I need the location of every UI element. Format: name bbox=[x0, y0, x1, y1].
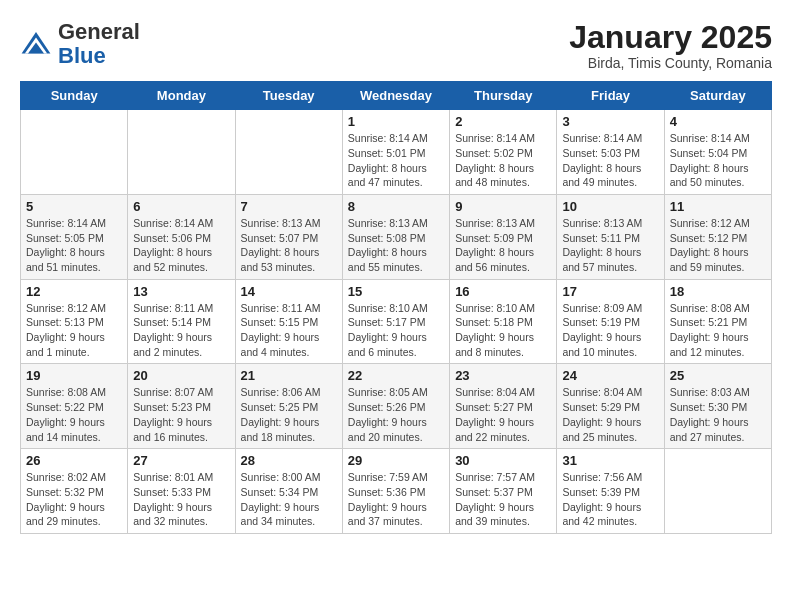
calendar-cell: 28Sunrise: 8:00 AM Sunset: 5:34 PM Dayli… bbox=[235, 449, 342, 534]
calendar-cell: 9Sunrise: 8:13 AM Sunset: 5:09 PM Daylig… bbox=[450, 194, 557, 279]
logo-general: General bbox=[58, 19, 140, 44]
day-number: 29 bbox=[348, 453, 444, 468]
day-info: Sunrise: 8:13 AM Sunset: 5:08 PM Dayligh… bbox=[348, 216, 444, 275]
calendar-cell: 12Sunrise: 8:12 AM Sunset: 5:13 PM Dayli… bbox=[21, 279, 128, 364]
weekday-header-tuesday: Tuesday bbox=[235, 82, 342, 110]
day-info: Sunrise: 8:09 AM Sunset: 5:19 PM Dayligh… bbox=[562, 301, 658, 360]
calendar-cell: 4Sunrise: 8:14 AM Sunset: 5:04 PM Daylig… bbox=[664, 110, 771, 195]
calendar-cell: 22Sunrise: 8:05 AM Sunset: 5:26 PM Dayli… bbox=[342, 364, 449, 449]
day-info: Sunrise: 8:13 AM Sunset: 5:09 PM Dayligh… bbox=[455, 216, 551, 275]
day-number: 9 bbox=[455, 199, 551, 214]
calendar-cell: 23Sunrise: 8:04 AM Sunset: 5:27 PM Dayli… bbox=[450, 364, 557, 449]
weekday-header-friday: Friday bbox=[557, 82, 664, 110]
day-info: Sunrise: 7:56 AM Sunset: 5:39 PM Dayligh… bbox=[562, 470, 658, 529]
day-info: Sunrise: 8:13 AM Sunset: 5:11 PM Dayligh… bbox=[562, 216, 658, 275]
weekday-header-wednesday: Wednesday bbox=[342, 82, 449, 110]
day-info: Sunrise: 8:11 AM Sunset: 5:15 PM Dayligh… bbox=[241, 301, 337, 360]
calendar-week-row: 5Sunrise: 8:14 AM Sunset: 5:05 PM Daylig… bbox=[21, 194, 772, 279]
day-info: Sunrise: 8:10 AM Sunset: 5:18 PM Dayligh… bbox=[455, 301, 551, 360]
calendar-cell bbox=[128, 110, 235, 195]
day-number: 27 bbox=[133, 453, 229, 468]
day-number: 10 bbox=[562, 199, 658, 214]
day-info: Sunrise: 8:08 AM Sunset: 5:21 PM Dayligh… bbox=[670, 301, 766, 360]
day-number: 20 bbox=[133, 368, 229, 383]
calendar-cell bbox=[21, 110, 128, 195]
calendar-cell: 31Sunrise: 7:56 AM Sunset: 5:39 PM Dayli… bbox=[557, 449, 664, 534]
logo-icon bbox=[20, 28, 52, 60]
day-info: Sunrise: 8:14 AM Sunset: 5:02 PM Dayligh… bbox=[455, 131, 551, 190]
day-number: 8 bbox=[348, 199, 444, 214]
calendar-cell: 15Sunrise: 8:10 AM Sunset: 5:17 PM Dayli… bbox=[342, 279, 449, 364]
logo-blue: Blue bbox=[58, 43, 106, 68]
day-info: Sunrise: 8:03 AM Sunset: 5:30 PM Dayligh… bbox=[670, 385, 766, 444]
calendar-cell: 25Sunrise: 8:03 AM Sunset: 5:30 PM Dayli… bbox=[664, 364, 771, 449]
calendar-table: SundayMondayTuesdayWednesdayThursdayFrid… bbox=[20, 81, 772, 534]
calendar-cell: 29Sunrise: 7:59 AM Sunset: 5:36 PM Dayli… bbox=[342, 449, 449, 534]
day-info: Sunrise: 8:12 AM Sunset: 5:13 PM Dayligh… bbox=[26, 301, 122, 360]
weekday-header-monday: Monday bbox=[128, 82, 235, 110]
day-number: 22 bbox=[348, 368, 444, 383]
calendar-cell: 3Sunrise: 8:14 AM Sunset: 5:03 PM Daylig… bbox=[557, 110, 664, 195]
day-number: 24 bbox=[562, 368, 658, 383]
calendar-cell: 7Sunrise: 8:13 AM Sunset: 5:07 PM Daylig… bbox=[235, 194, 342, 279]
day-info: Sunrise: 8:11 AM Sunset: 5:14 PM Dayligh… bbox=[133, 301, 229, 360]
day-number: 6 bbox=[133, 199, 229, 214]
calendar-cell: 6Sunrise: 8:14 AM Sunset: 5:06 PM Daylig… bbox=[128, 194, 235, 279]
day-info: Sunrise: 7:59 AM Sunset: 5:36 PM Dayligh… bbox=[348, 470, 444, 529]
calendar-cell bbox=[664, 449, 771, 534]
calendar-cell: 2Sunrise: 8:14 AM Sunset: 5:02 PM Daylig… bbox=[450, 110, 557, 195]
day-info: Sunrise: 8:14 AM Sunset: 5:03 PM Dayligh… bbox=[562, 131, 658, 190]
day-number: 12 bbox=[26, 284, 122, 299]
title-area: January 2025 Birda, Timis County, Romani… bbox=[569, 20, 772, 71]
calendar-cell: 16Sunrise: 8:10 AM Sunset: 5:18 PM Dayli… bbox=[450, 279, 557, 364]
day-number: 15 bbox=[348, 284, 444, 299]
day-number: 26 bbox=[26, 453, 122, 468]
day-number: 25 bbox=[670, 368, 766, 383]
calendar-cell: 5Sunrise: 8:14 AM Sunset: 5:05 PM Daylig… bbox=[21, 194, 128, 279]
day-info: Sunrise: 8:04 AM Sunset: 5:29 PM Dayligh… bbox=[562, 385, 658, 444]
calendar-cell: 26Sunrise: 8:02 AM Sunset: 5:32 PM Dayli… bbox=[21, 449, 128, 534]
day-number: 21 bbox=[241, 368, 337, 383]
logo-text: General Blue bbox=[58, 20, 140, 68]
location-subtitle: Birda, Timis County, Romania bbox=[569, 55, 772, 71]
day-number: 13 bbox=[133, 284, 229, 299]
day-number: 18 bbox=[670, 284, 766, 299]
calendar-cell: 27Sunrise: 8:01 AM Sunset: 5:33 PM Dayli… bbox=[128, 449, 235, 534]
day-info: Sunrise: 8:05 AM Sunset: 5:26 PM Dayligh… bbox=[348, 385, 444, 444]
day-info: Sunrise: 8:13 AM Sunset: 5:07 PM Dayligh… bbox=[241, 216, 337, 275]
day-info: Sunrise: 8:00 AM Sunset: 5:34 PM Dayligh… bbox=[241, 470, 337, 529]
calendar-cell: 11Sunrise: 8:12 AM Sunset: 5:12 PM Dayli… bbox=[664, 194, 771, 279]
calendar-cell bbox=[235, 110, 342, 195]
calendar-cell: 14Sunrise: 8:11 AM Sunset: 5:15 PM Dayli… bbox=[235, 279, 342, 364]
day-info: Sunrise: 7:57 AM Sunset: 5:37 PM Dayligh… bbox=[455, 470, 551, 529]
day-info: Sunrise: 8:06 AM Sunset: 5:25 PM Dayligh… bbox=[241, 385, 337, 444]
calendar-cell: 1Sunrise: 8:14 AM Sunset: 5:01 PM Daylig… bbox=[342, 110, 449, 195]
calendar-cell: 13Sunrise: 8:11 AM Sunset: 5:14 PM Dayli… bbox=[128, 279, 235, 364]
day-info: Sunrise: 8:07 AM Sunset: 5:23 PM Dayligh… bbox=[133, 385, 229, 444]
day-number: 17 bbox=[562, 284, 658, 299]
day-info: Sunrise: 8:14 AM Sunset: 5:04 PM Dayligh… bbox=[670, 131, 766, 190]
day-number: 16 bbox=[455, 284, 551, 299]
calendar-week-row: 26Sunrise: 8:02 AM Sunset: 5:32 PM Dayli… bbox=[21, 449, 772, 534]
calendar-cell: 17Sunrise: 8:09 AM Sunset: 5:19 PM Dayli… bbox=[557, 279, 664, 364]
calendar-cell: 19Sunrise: 8:08 AM Sunset: 5:22 PM Dayli… bbox=[21, 364, 128, 449]
calendar-week-row: 1Sunrise: 8:14 AM Sunset: 5:01 PM Daylig… bbox=[21, 110, 772, 195]
month-title: January 2025 bbox=[569, 20, 772, 55]
day-number: 1 bbox=[348, 114, 444, 129]
weekday-header-saturday: Saturday bbox=[664, 82, 771, 110]
weekday-header-thursday: Thursday bbox=[450, 82, 557, 110]
day-info: Sunrise: 8:10 AM Sunset: 5:17 PM Dayligh… bbox=[348, 301, 444, 360]
weekday-header-sunday: Sunday bbox=[21, 82, 128, 110]
day-number: 30 bbox=[455, 453, 551, 468]
day-info: Sunrise: 8:08 AM Sunset: 5:22 PM Dayligh… bbox=[26, 385, 122, 444]
calendar-week-row: 12Sunrise: 8:12 AM Sunset: 5:13 PM Dayli… bbox=[21, 279, 772, 364]
day-number: 4 bbox=[670, 114, 766, 129]
calendar-cell: 20Sunrise: 8:07 AM Sunset: 5:23 PM Dayli… bbox=[128, 364, 235, 449]
calendar-cell: 8Sunrise: 8:13 AM Sunset: 5:08 PM Daylig… bbox=[342, 194, 449, 279]
page-header: General Blue January 2025 Birda, Timis C… bbox=[20, 20, 772, 71]
calendar-cell: 24Sunrise: 8:04 AM Sunset: 5:29 PM Dayli… bbox=[557, 364, 664, 449]
day-info: Sunrise: 8:12 AM Sunset: 5:12 PM Dayligh… bbox=[670, 216, 766, 275]
calendar-week-row: 19Sunrise: 8:08 AM Sunset: 5:22 PM Dayli… bbox=[21, 364, 772, 449]
day-info: Sunrise: 8:02 AM Sunset: 5:32 PM Dayligh… bbox=[26, 470, 122, 529]
day-number: 11 bbox=[670, 199, 766, 214]
